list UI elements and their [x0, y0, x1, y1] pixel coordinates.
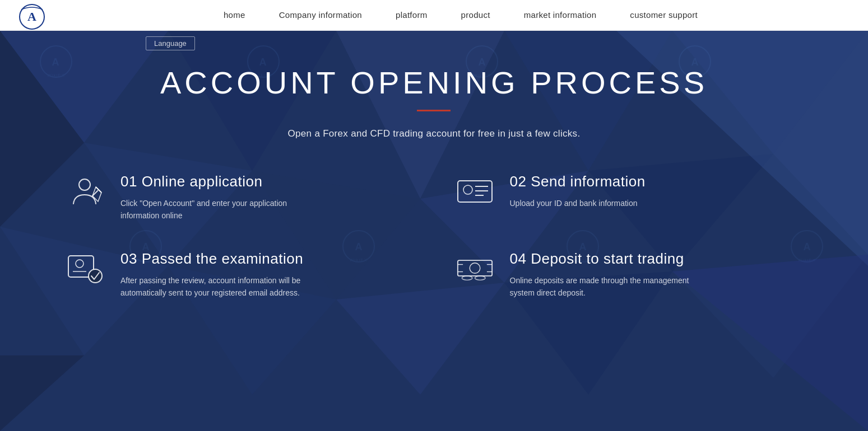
navbar: A home Company information platform prod…	[0, 0, 868, 31]
step-3-title: 03 Passed the examination	[120, 250, 311, 268]
hero-section: AWikiEX AWikiEX AWikiEX AWikiEX AWikiEX …	[0, 31, 868, 431]
hero-title-area: ACCOUNT OPENING PROCESS Open a Forex and…	[160, 64, 708, 139]
svg-point-64	[462, 276, 472, 280]
page-title: ACCOUNT OPENING PROCESS	[160, 64, 708, 101]
logo[interactable]: A	[17, 3, 48, 28]
language-button[interactable]: Language	[146, 36, 195, 50]
step-3: 03 Passed the examination After passing …	[67, 250, 412, 299]
step-1-title: 01 Online application	[120, 173, 311, 190]
nav-item-home[interactable]: home	[224, 10, 245, 20]
step-4-icon	[457, 250, 493, 287]
step-3-icon	[67, 250, 104, 287]
step-2-icon	[457, 173, 493, 209]
svg-point-55	[76, 260, 83, 268]
svg-point-59	[470, 263, 480, 274]
svg-point-65	[475, 276, 485, 280]
nav-item-market[interactable]: market information	[524, 10, 597, 20]
svg-text:A: A	[27, 10, 36, 24]
step-4: 04 Deposit to start trading Online depos…	[457, 250, 801, 299]
step-1-content: 01 Online application Click "Open Accoun…	[120, 173, 311, 222]
step-1-desc: Click "Open Account" and enter your appl…	[120, 197, 311, 222]
svg-point-46	[79, 179, 90, 190]
step-4-title: 04 Deposit to start trading	[510, 250, 700, 268]
step-1-icon	[67, 173, 104, 209]
nav-item-company[interactable]: Company information	[279, 10, 362, 20]
hero-subtitle: Open a Forex and CFD trading account for…	[160, 128, 708, 139]
step-3-desc: After passing the review, account inform…	[120, 274, 311, 299]
svg-point-50	[463, 185, 472, 194]
svg-text:WikiEX: WikiEX	[47, 73, 65, 78]
step-4-desc: Online deposits are made through the man…	[510, 274, 700, 299]
step-1: 01 Online application Click "Open Accoun…	[67, 173, 412, 222]
step-2-content: 02 Send information Upload your ID and b…	[510, 173, 646, 209]
step-4-content: 04 Deposit to start trading Online depos…	[510, 250, 700, 299]
steps-grid: 01 Online application Click "Open Accoun…	[0, 173, 868, 333]
step-2-desc: Upload your ID and bank information	[510, 197, 646, 209]
step-2: 02 Send information Upload your ID and b…	[457, 173, 801, 222]
svg-point-57	[89, 269, 102, 283]
nav-item-platform[interactable]: platform	[396, 10, 428, 20]
title-divider	[417, 110, 451, 111]
nav-links: home Company information platform produc…	[70, 10, 851, 20]
nav-item-product[interactable]: product	[461, 10, 490, 20]
step-3-content: 03 Passed the examination After passing …	[120, 250, 311, 299]
svg-text:A: A	[52, 57, 61, 68]
step-2-title: 02 Send information	[510, 173, 646, 190]
nav-item-support[interactable]: customer support	[630, 10, 698, 20]
